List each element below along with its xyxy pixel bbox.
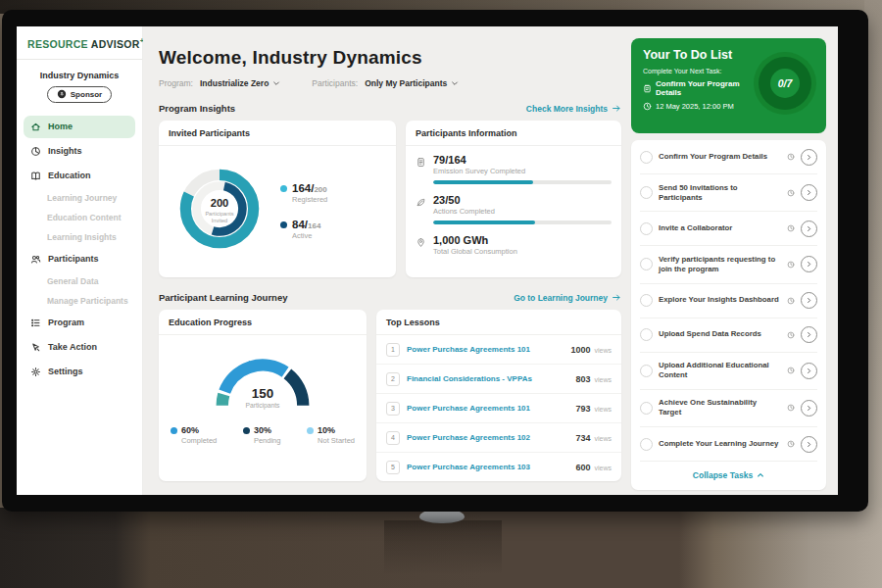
sponsor-badge[interactable]: Sponsor [47, 86, 112, 103]
program-select-value: Industrialize Zero [200, 78, 269, 88]
education-progress-gauge-chart: 150 Participants [159, 335, 367, 416]
sidebar-item-learning-journey[interactable]: Learning Journey [24, 189, 135, 207]
clock-white-icon [643, 102, 652, 111]
participants-information-card: Participants Information 79/164 Emission… [406, 121, 621, 277]
lesson-views: 803 views [576, 374, 612, 384]
lesson-views-label: views [593, 406, 612, 413]
invited-participants-donut-chart: 200 Participants Invited [165, 154, 278, 268]
gauge-legend: 60% Completed 30% Pending 10% Not Starte… [159, 416, 367, 453]
lesson-title-link[interactable]: Power Purchase Agreements 101 [407, 404, 569, 413]
home-icon [30, 122, 41, 132]
sidebar-item-education[interactable]: Education [24, 165, 135, 187]
sidebar-item-take-action[interactable]: Take Action [24, 336, 135, 359]
program-select[interactable]: Industrialize Zero [200, 78, 280, 88]
task-open-button[interactable] [801, 292, 817, 309]
top-lessons-list: 1 Power Purchase Agreements 101 1000 vie… [376, 335, 621, 481]
top-lesson-row[interactable]: 1 Power Purchase Agreements 101 1000 vie… [376, 335, 621, 365]
task-checkbox[interactable] [640, 402, 653, 415]
sidebar-item-education-content[interactable]: Education Content [24, 209, 135, 226]
top-lesson-row[interactable]: 5 Power Purchase Agreements 103 600 view… [376, 453, 621, 481]
legend-dot [243, 427, 250, 434]
sidebar-item-insights[interactable]: Insights [24, 140, 135, 163]
todo-task-row[interactable]: Upload Spend Data Records [640, 318, 817, 353]
app-window: RESOURCE ADVISOR+ Industry Dynamics Spon… [17, 26, 838, 495]
task-open-button[interactable] [801, 326, 817, 343]
top-lesson-row[interactable]: 3 Power Purchase Agreements 101 793 view… [376, 394, 621, 423]
clipboard-icon [643, 84, 652, 93]
svg-text:Invited: Invited [212, 218, 227, 223]
sidebar-item-general-data[interactable]: General Data [24, 272, 135, 290]
legend-percent: 30% [254, 425, 271, 435]
top-lessons-card-title: Top Lessons [376, 310, 621, 335]
todo-next-task: Confirm Your Program Details [656, 79, 754, 97]
arrow-right-icon [612, 104, 621, 113]
collapse-tasks-link[interactable]: Collapse Tasks [640, 462, 817, 490]
task-checkbox[interactable] [640, 365, 653, 377]
participants-select[interactable]: Only My Participants [365, 78, 459, 88]
sidebar-item-manage-participants[interactable]: Manage Participants [24, 292, 135, 310]
top-lesson-row[interactable]: 2 Financial Considerations - VPPAs 803 v… [376, 365, 621, 394]
invited-participants-card-title: Invited Participants [159, 121, 396, 146]
task-checkbox[interactable] [640, 328, 653, 341]
sidebar-item-learning-insights[interactable]: Learning Insights [24, 228, 135, 246]
task-open-button[interactable] [801, 400, 817, 416]
todo-task-row[interactable]: Upload Additional Educational Content [640, 353, 817, 390]
todo-task-row[interactable]: Invite a Collaborator [640, 212, 817, 246]
donut-legend-item: 164/200 Registered [280, 182, 392, 204]
lesson-title-link[interactable]: Power Purchase Agreements 101 [407, 345, 564, 354]
legend-label: Active [292, 231, 320, 240]
todo-task-row[interactable]: Verify participants requesting to join t… [640, 246, 817, 283]
todo-task-row[interactable]: Send 50 Invitations to Participants [640, 174, 817, 212]
task-open-button[interactable] [801, 149, 817, 166]
monitor-stand-shadow [384, 520, 502, 588]
learning-journey-title: Participant Learning Journey [159, 292, 287, 303]
sidebar-item-home[interactable]: Home [24, 116, 135, 138]
sidebar-item-label: Insights [48, 146, 82, 156]
lesson-title-link[interactable]: Power Purchase Agreements 102 [407, 433, 569, 442]
stat-label: Emission Survey Completed [433, 167, 612, 175]
legend-percent: 60% [181, 425, 199, 435]
sidebar-item-settings[interactable]: Settings [24, 361, 135, 383]
clock-icon [787, 261, 795, 269]
go-to-learning-journey-link[interactable]: Go to Learning Journey [514, 293, 621, 303]
task-label: Verify participants requesting to join t… [659, 255, 781, 274]
chevron-up-icon [757, 471, 764, 479]
todo-column: Your To Do List Complete Your Next Task:… [631, 38, 826, 495]
content-column: Welcome, Industry Dynamics Program: Indu… [159, 38, 621, 495]
check-more-insights-link[interactable]: Check More Insights [526, 104, 621, 114]
lesson-rank: 2 [386, 372, 400, 386]
education-icon [30, 171, 41, 181]
lesson-views: 793 views [576, 404, 612, 414]
task-open-button[interactable] [801, 184, 817, 201]
todo-task-row[interactable]: Explore Your Insights Dashboard [640, 284, 817, 318]
lesson-title-link[interactable]: Financial Considerations - VPPAs [407, 374, 569, 383]
task-open-button[interactable] [801, 436, 817, 453]
task-label: Explore Your Insights Dashboard [659, 295, 781, 305]
task-checkbox[interactable] [640, 438, 653, 451]
lesson-title-link[interactable]: Power Purchase Agreements 103 [407, 463, 569, 471]
task-open-button[interactable] [801, 220, 817, 237]
education-progress-card: Education Progress 150 Participants 60% … [159, 310, 367, 481]
todo-task-row[interactable]: Achieve One Sustainability Target [640, 390, 817, 427]
gauge-legend-item: 60% Completed [171, 425, 217, 445]
task-open-button[interactable] [801, 363, 817, 379]
task-checkbox[interactable] [640, 294, 653, 307]
program-icon [30, 318, 41, 328]
task-checkbox[interactable] [640, 258, 653, 270]
todo-task-row[interactable]: Confirm Your Program Details [640, 140, 817, 174]
sidebar-item-label: Learning Insights [47, 232, 117, 242]
top-lesson-row[interactable]: 4 Power Purchase Agreements 102 734 view… [376, 423, 621, 453]
task-checkbox[interactable] [640, 222, 653, 235]
participants-select-value: Only My Participants [365, 78, 447, 88]
sidebar-item-program[interactable]: Program [24, 312, 135, 334]
task-checkbox[interactable] [640, 151, 653, 164]
todo-task-row[interactable]: Complete Your Learning Journey [640, 427, 817, 462]
sidebar-item-participants[interactable]: Participants [24, 248, 135, 270]
task-checkbox[interactable] [640, 186, 653, 199]
lesson-views: 1000 views [571, 345, 612, 355]
lesson-views: 734 views [576, 433, 612, 443]
main-area: Welcome, Industry Dynamics Program: Indu… [143, 26, 838, 495]
clock-icon [787, 404, 795, 412]
clock-icon [787, 297, 795, 305]
task-open-button[interactable] [801, 256, 817, 272]
